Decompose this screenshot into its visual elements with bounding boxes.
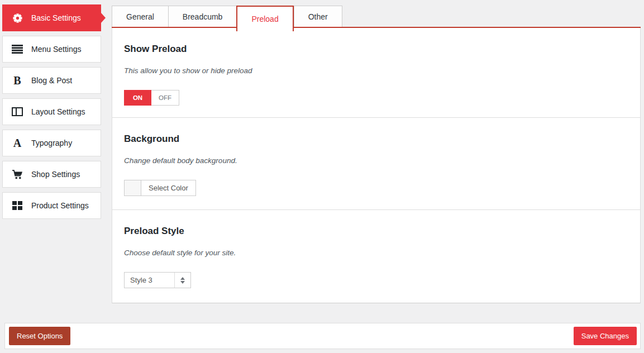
sidebar-item-blog-post[interactable]: B Blog & Post — [2, 67, 101, 94]
select-current-value: Style 3 — [125, 273, 174, 288]
section-description: Choose default style for your site. — [124, 249, 627, 257]
section-description: Change default body background. — [124, 156, 627, 165]
sidebar-item-label: Basic Settings — [31, 13, 81, 22]
section-preload-style: Preload Style Choose default style for y… — [112, 209, 640, 303]
preload-settings-panel: Show Preload This allow you to show or h… — [112, 28, 641, 303]
typography-icon: A — [11, 137, 24, 149]
sidebar-item-label: Menu Settings — [31, 45, 82, 54]
arrow-down-icon — [180, 281, 185, 284]
toggle-off-button[interactable]: OFF — [151, 90, 179, 106]
sidebar-item-label: Product Settings — [31, 201, 89, 210]
settings-sidebar: Basic Settings Menu Settings B Blog & Po… — [2, 4, 101, 223]
grid-icon — [11, 201, 24, 210]
color-swatch — [125, 180, 141, 195]
sidebar-item-menu-settings[interactable]: Menu Settings — [2, 36, 101, 63]
toggle-on-button[interactable]: ON — [124, 90, 151, 106]
arrow-up-icon — [180, 277, 185, 280]
preload-style-select[interactable]: Style 3 — [124, 272, 191, 288]
settings-content: General Breadcumb Preload Other Show Pre… — [112, 6, 641, 303]
sidebar-item-label: Layout Settings — [31, 107, 85, 116]
section-title: Show Preload — [124, 44, 627, 55]
footer-action-bar: Reset Options Save Changes — [4, 323, 641, 349]
sidebar-item-label: Shop Settings — [31, 170, 80, 179]
menu-icon — [11, 45, 24, 54]
reset-options-button[interactable]: Reset Options — [9, 327, 70, 345]
section-background: Background Change default body backgroun… — [112, 117, 640, 209]
background-color-picker-button[interactable]: Select Color — [124, 180, 196, 196]
blog-b-icon: B — [11, 75, 24, 86]
cart-icon — [11, 169, 24, 179]
tab-preload[interactable]: Preload — [236, 6, 293, 31]
select-spinner-icon — [174, 273, 190, 288]
layout-icon — [11, 107, 24, 116]
section-show-preload: Show Preload This allow you to show or h… — [112, 28, 640, 117]
save-changes-button[interactable]: Save Changes — [574, 327, 637, 345]
sidebar-item-product-settings[interactable]: Product Settings — [2, 192, 101, 219]
gear-icon — [11, 13, 24, 23]
section-title: Background — [124, 133, 627, 145]
tab-general[interactable]: General — [112, 6, 169, 27]
select-color-label: Select Color — [141, 180, 195, 195]
tab-other[interactable]: Other — [294, 6, 342, 27]
section-description: This allow you to show or hide preload — [124, 66, 627, 75]
sidebar-item-label: Blog & Post — [31, 76, 72, 85]
sidebar-item-basic-settings[interactable]: Basic Settings — [2, 4, 101, 31]
sidebar-item-typography[interactable]: A Typography — [2, 130, 101, 156]
section-title: Preload Style — [124, 226, 627, 237]
sidebar-item-label: Typography — [31, 139, 72, 147]
sidebar-item-layout-settings[interactable]: Layout Settings — [2, 98, 101, 125]
tab-breadcumb[interactable]: Breadcumb — [168, 6, 237, 27]
show-preload-toggle: ON OFF — [124, 90, 179, 106]
sidebar-item-shop-settings[interactable]: Shop Settings — [2, 161, 101, 188]
tab-bar: General Breadcumb Preload Other — [112, 6, 641, 28]
